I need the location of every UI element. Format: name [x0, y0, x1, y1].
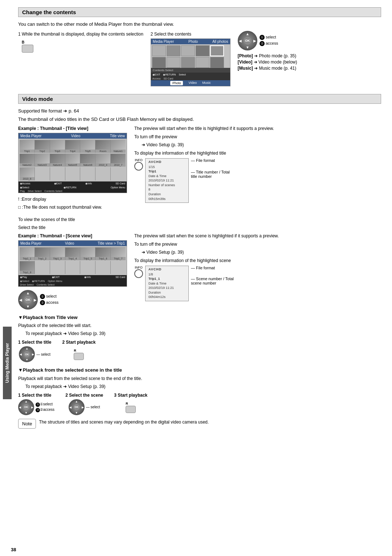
dpad-labels: ① select ② access: [260, 35, 278, 46]
video-thumb-empty: [50, 261, 65, 274]
screen-controls-row: ◉EXIT ◉RETURN Select: [151, 73, 230, 77]
info-header: AVCHD: [148, 160, 185, 164]
video-thumb: Trip1_1: [20, 247, 34, 260]
video-thumb: Nature1: [111, 140, 126, 153]
title-view-right: The preview will start when the title is…: [134, 125, 381, 203]
display-info-scene: To display the information of the highli…: [134, 257, 381, 264]
section-header-video-mode: Video mode: [18, 94, 381, 104]
info-box-2: AVCHD 1/8 Trip1_1 Date & Time 2010/02/19…: [145, 266, 189, 302]
music-arrow: ➜: [254, 66, 259, 71]
scene-playback-steps: 1 Select the title ▲ ▼ ◀ ▶ OK ①①select: [18, 393, 381, 415]
dpad-step2b[interactable]: ▲ ▼ ◀ ▶ OK: [69, 399, 85, 415]
step1b-title: 1 Select the title ▲ ▼ ◀ ▶ OK ①①select: [18, 393, 54, 415]
video-thumb: Nature6: [80, 154, 95, 167]
dpad-left: ◀: [239, 38, 242, 42]
video-setup-p39: ➜ Video Setup (p. 39): [142, 142, 381, 148]
dpad-step1[interactable]: ▲ ▼ ◀ ▶ OK: [19, 346, 35, 362]
dpad-2[interactable]: ▲ ▼ ◀ ▶ OK: [18, 290, 38, 310]
repeat-playback2: To repeat playback ➜ Video Setup (p. 39): [25, 383, 381, 390]
scene-view-intro1: To view the scenes of the title: [18, 216, 381, 223]
turn-off-preview: To turn off the preview: [134, 134, 381, 140]
preview-text1: The preview will start when the title is…: [134, 125, 381, 132]
photo-thumb: [210, 57, 224, 68]
playback-title-view-heading: ▼Playback from Title view: [18, 314, 381, 321]
playback-title-view-text: Playback of the selected title will star…: [18, 322, 381, 329]
sd-usb-text: The thumbnail of video titles in the SD …: [18, 116, 381, 123]
screen-access-row: Access SD Card: [151, 77, 230, 80]
music-desc: Music mode (p. 41): [259, 66, 297, 71]
video-thumb-empty: [35, 167, 50, 180]
display-info-title: To display the information of the highli…: [134, 150, 381, 156]
contents-select-tabs: Photo Video Music: [151, 80, 230, 86]
video-thumbs-area: Trip1 Trip2 Trip3 Trip4: [19, 139, 127, 181]
photo-thumb: [167, 57, 180, 68]
video-thumb: Trip1_8: [20, 261, 34, 274]
playback-scene-section: ▼Playback from the selected scene in the…: [18, 367, 381, 430]
example-scene-view-label: Example : Thumbnail - [Scene view]: [18, 233, 127, 239]
error-display: ! :Error display: [18, 196, 127, 203]
sidebar-label: Using Media Player: [3, 327, 12, 399]
video-thumb: Nature4: [50, 154, 65, 167]
dpad-down-2: ▼: [26, 304, 30, 308]
scene-row-2: Trip1_8: [20, 261, 126, 274]
video-row-2: Nature2 Nature3 Nature4 Nature5: [20, 154, 126, 167]
info-date-label: Date & Time: [148, 174, 185, 179]
screen2-bottom3: Drive Select Contents Select: [19, 283, 127, 286]
photo-thumb: [196, 45, 209, 56]
dpad-area: ▲ ▼ ◀ ▶ OK ① select ② access: [238, 31, 381, 50]
video-thumb-empty: [95, 261, 110, 274]
screen2-bottom2: ◉Select ◉RETURN Option Menu: [19, 279, 127, 283]
video-thumb-empty: [65, 261, 80, 274]
scene-view-title-bar: Media Player Video Title view > Trip1: [19, 241, 127, 246]
section1-intro: You can switch to the other mode of Medi…: [18, 21, 381, 28]
no-thumb-text: □ :The file does not support thumbnail v…: [18, 204, 127, 210]
dpad-ok-step1[interactable]: OK: [24, 351, 30, 357]
dpad[interactable]: ▲ ▼ ◀ ▶ OK: [238, 31, 257, 50]
select-num-2: ①: [40, 294, 45, 299]
step2-container: 2 Select the contents Media Player Photo…: [151, 31, 230, 87]
dpad-ok[interactable]: OK: [244, 37, 251, 44]
example-title-view-label: Example : Thumbnail - [Title view]: [18, 125, 127, 132]
section1-steps: 1 While the thumbnail is displayed, disp…: [18, 31, 381, 87]
dpad-step1b[interactable]: ▲ ▼ ◀ ▶ OK: [18, 399, 34, 415]
info-area-2: INFO AVCHD 1/8 Trip1_1 Date & Time 2010/…: [134, 266, 381, 302]
photo-row-2: [152, 57, 229, 68]
info-area-1: INFO AVCHD 1/15 Trip1 Date & Time 2010/0…: [134, 158, 381, 203]
dpad-left-2: ◀: [19, 298, 22, 302]
button-r-2[interactable]: [126, 406, 136, 413]
photo-thumb: [196, 57, 209, 68]
title-playback-steps: 1 Select the title ▲ ▼ ◀ ▶ OK — select: [18, 340, 381, 362]
access-num: ②: [260, 41, 265, 46]
screen1-bottom: ◉Access ◉EXIT ◉Info SD Card: [19, 181, 127, 186]
tab-photo[interactable]: Photo: [170, 81, 183, 85]
step2-start-playback: 2 Start playback R: [62, 340, 95, 361]
photo-thumbs-area: [151, 44, 230, 68]
photo-label: [Photo]: [238, 53, 253, 58]
avchd-logo: AVCHD: [148, 160, 162, 164]
video-thumb: Trip3: [50, 140, 65, 153]
photo-arrow: ➜: [254, 53, 259, 58]
select-num: ①: [260, 35, 265, 40]
scene-view-right: The preview will start when the scene is…: [134, 233, 381, 302]
button-r[interactable]: [74, 353, 84, 360]
screen2-bottom: ◉Play ◉EXIT ◉Info SD Card: [19, 275, 127, 279]
dpad-right: ▶: [253, 38, 256, 42]
button-b[interactable]: [22, 45, 33, 53]
title-view-left: Example : Thumbnail - [Title view] Media…: [18, 125, 127, 212]
video-thumb: Nature3: [35, 154, 50, 167]
photo-thumb: [181, 57, 195, 68]
video-setup-p39-2: ➜ Video Setup (p. 39): [142, 249, 381, 255]
section-header-change-contents: Change the contents: [18, 7, 381, 17]
tab-video[interactable]: Video: [188, 81, 197, 85]
dpad-left-step1: ◀: [20, 353, 22, 356]
dpad-right-2: ▶: [34, 298, 37, 302]
video-thumb-empty: [65, 167, 80, 180]
dpad-ok-2[interactable]: OK: [24, 296, 32, 303]
scene-view-left: Example : Thumbnail - [Scene view] Media…: [18, 233, 127, 310]
info-title-val: Trip1: [148, 169, 185, 174]
mode-descriptions: [Photo] ➜ Photo mode (p. 35) [Video] ➜ V…: [238, 53, 381, 71]
info-file-format: 1/15: [148, 165, 185, 169]
tab-music[interactable]: Music: [202, 81, 211, 85]
step1-title: 1 Select the title ▲ ▼ ◀ ▶ OK — select: [18, 340, 51, 362]
step2b-scene: 2 Select the scene ▲ ▼ ◀ ▶ OK — select: [65, 393, 103, 415]
